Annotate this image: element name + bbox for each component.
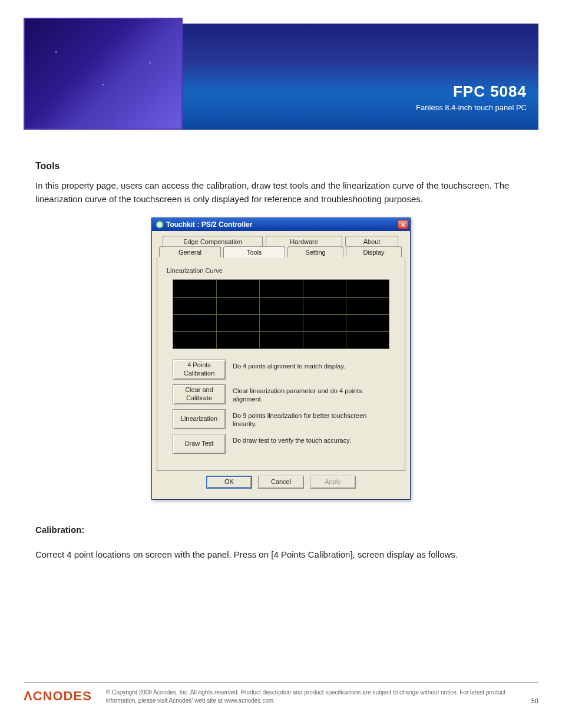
tab-tools[interactable]: Tools [223, 246, 285, 258]
clear-and-calibrate-desc: Clear linearization parameter and do 4 p… [233, 384, 389, 404]
tab-panel-tools: Linearization Curve 4 Points Calibration… [157, 258, 405, 471]
tab-display[interactable]: Display [346, 246, 402, 257]
dialog-button-row: OK Cancel Apply [157, 471, 405, 495]
ok-button[interactable]: OK [206, 476, 252, 489]
product-subtitle: Fanless 8.4-inch touch panel PC [416, 103, 527, 112]
section-heading: Tools [35, 159, 527, 173]
tab-hardware[interactable]: Hardware [266, 236, 342, 246]
page-header: FPC 5084 Fanless 8.4-inch touch panel PC [0, 0, 562, 130]
page-footer: ΛCNODES © Copyright 2009 Acnodes, Inc. A… [0, 682, 562, 704]
cancel-button[interactable]: Cancel [258, 476, 304, 489]
linearization-curve-label: Linearization Curve [167, 266, 395, 276]
row-4points: 4 Points Calibration Do 4 points alignme… [173, 360, 389, 380]
calibration-paragraph: Correct 4 point locations on screen with… [35, 548, 527, 562]
footer-divider [24, 682, 538, 683]
linearization-button[interactable]: Linearization [173, 409, 226, 429]
draw-test-desc: Do draw test to verify the touch accurac… [233, 434, 389, 444]
apply-button[interactable]: Apply [310, 476, 356, 489]
acnodes-logo: ΛCNODES [24, 689, 92, 704]
four-points-calibration-desc: Do 4 points alignment to match display. [233, 360, 389, 370]
dialog-body: Edge Compensation Hardware About General… [152, 231, 410, 499]
four-points-calibration-button[interactable]: 4 Points Calibration [173, 360, 226, 380]
dialog-tabs: Edge Compensation Hardware About General… [157, 236, 405, 258]
clear-and-calibrate-button[interactable]: Clear and Calibrate [173, 384, 226, 404]
linearization-curve-display [173, 279, 389, 349]
tab-general[interactable]: General [159, 246, 221, 257]
tab-edge-compensation[interactable]: Edge Compensation [163, 236, 263, 246]
tab-setting[interactable]: Setting [287, 246, 343, 257]
close-icon[interactable]: ✕ [398, 220, 408, 229]
footer-copyright: © Copyright 2009 Acnodes, Inc. All right… [106, 689, 517, 704]
row-linearization: Linearization Do 9 points linearization … [173, 409, 389, 429]
tab-about[interactable]: About [345, 236, 398, 246]
banner-text: FPC 5084 Fanless 8.4-inch touch panel PC [416, 83, 527, 112]
dialog-title: Touchkit : PS/2 Controller [166, 219, 398, 230]
banner-circuit-image [24, 18, 183, 130]
row-drawtest: Draw Test Do draw test to verify the tou… [173, 434, 389, 454]
calibration-heading: Calibration: [35, 523, 527, 537]
touchkit-dialog: Touchkit : PS/2 Controller ✕ Edge Compen… [151, 218, 411, 500]
draw-test-button[interactable]: Draw Test [173, 434, 226, 454]
linearization-desc: Do 9 points linearization for better tou… [233, 409, 389, 429]
page-number: 50 [531, 697, 538, 704]
row-clear: Clear and Calibrate Clear linearization … [173, 384, 389, 404]
dialog-titlebar[interactable]: Touchkit : PS/2 Controller ✕ [152, 218, 410, 231]
app-icon [156, 220, 164, 229]
product-model: FPC 5084 [416, 83, 527, 101]
page-body: Tools In this property page, users can a… [0, 130, 562, 562]
intro-paragraph: In this property page, users can access … [35, 179, 527, 206]
